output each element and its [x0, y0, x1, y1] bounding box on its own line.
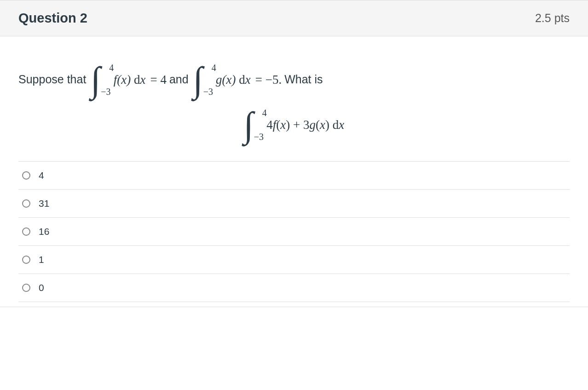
prompt-mid: and	[169, 71, 189, 88]
answer-radio[interactable]	[22, 199, 30, 208]
question-body: Suppose that ∫ 4 −3 f(x) dx = 4 and ∫ 4 …	[0, 36, 588, 307]
int3-integrand: 4f(x) + 3g(x) dx	[266, 116, 344, 134]
prompt-line-2: ∫ 4 −3 4f(x) + 3g(x) dx	[18, 107, 570, 143]
answer-list: 4 31 16 1 0	[18, 161, 570, 302]
int1-lower: −3	[101, 85, 110, 99]
integral-f: ∫ 4 −3 f(x) dx	[91, 62, 145, 98]
integral-g: ∫ 4 −3 g(x) dx	[193, 62, 251, 98]
question-header: Question 2 2.5 pts	[0, 0, 588, 36]
int2-integrand: g(x) dx	[216, 70, 251, 89]
integral-sign-icon: ∫	[244, 107, 254, 143]
prompt-line-1: Suppose that ∫ 4 −3 f(x) dx = 4 and ∫ 4 …	[18, 62, 570, 98]
answer-radio[interactable]	[22, 171, 30, 180]
prompt-lead: Suppose that	[18, 71, 86, 88]
answer-label: 4	[39, 170, 44, 181]
int2-lower: −3	[203, 85, 213, 99]
prompt-tail: What is	[284, 71, 323, 88]
int2-rhs: = −5.	[255, 70, 282, 89]
answer-label: 16	[39, 226, 49, 237]
answer-option[interactable]: 1	[18, 245, 570, 274]
question-prompt: Suppose that ∫ 4 −3 f(x) dx = 4 and ∫ 4 …	[18, 62, 570, 143]
answer-label: 31	[39, 198, 49, 209]
int3-upper: 4	[262, 106, 267, 120]
answer-option[interactable]: 16	[18, 217, 570, 245]
answer-option[interactable]: 0	[18, 274, 570, 302]
answer-option[interactable]: 4	[18, 161, 570, 189]
int1-rhs: = 4	[150, 70, 166, 89]
int3-lower: −3	[254, 130, 264, 144]
integral-sign-icon: ∫	[91, 62, 100, 98]
integral-sign-icon: ∫	[193, 62, 203, 98]
question-title: Question 2	[18, 11, 87, 26]
answer-radio[interactable]	[22, 227, 30, 236]
answer-label: 1	[39, 254, 44, 265]
answer-radio[interactable]	[22, 256, 30, 264]
answer-option[interactable]: 31	[18, 189, 570, 217]
integral-combined: ∫ 4 −3 4f(x) + 3g(x) dx	[244, 107, 344, 143]
question-card: Question 2 2.5 pts Suppose that ∫ 4 −3 f…	[0, 0, 588, 307]
int1-upper: 4	[109, 61, 114, 75]
int2-upper: 4	[212, 61, 216, 75]
int1-integrand: f(x) dx	[114, 70, 146, 89]
question-points: 2.5 pts	[535, 12, 570, 25]
answer-radio[interactable]	[22, 284, 30, 292]
answer-label: 0	[39, 282, 44, 293]
